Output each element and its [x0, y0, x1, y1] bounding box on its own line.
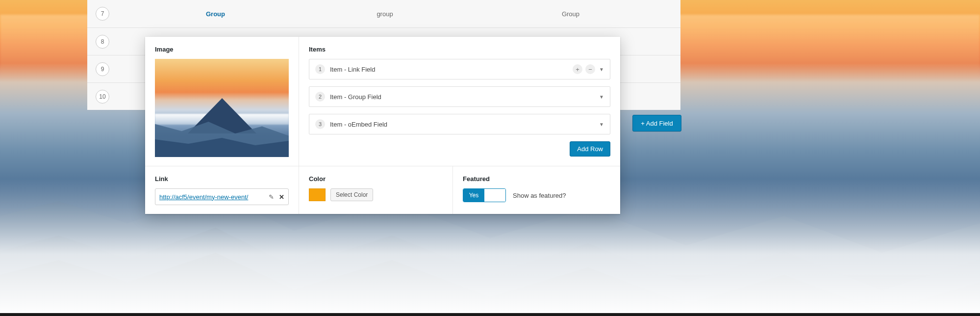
link-section-label: Link — [155, 175, 289, 183]
item-title: Item - Group Field — [330, 93, 381, 101]
toggle-on-label: Yes — [463, 189, 484, 202]
remove-item-icon[interactable]: − — [585, 64, 595, 74]
repeater-item-row[interactable]: 3 Item - oEmbed Field ▼ — [309, 114, 610, 134]
add-item-icon[interactable]: + — [573, 64, 582, 74]
color-swatch[interactable] — [309, 188, 326, 201]
link-field: http://acf5/event/my-new-event/ ✎ ✕ — [155, 188, 289, 205]
repeater-item-row[interactable]: 2 Item - Group Field ▼ — [309, 86, 610, 107]
row-number: 7 — [96, 7, 109, 21]
featured-help-text: Show as featured? — [513, 192, 566, 199]
bottom-bar — [0, 313, 980, 316]
item-number: 2 — [315, 92, 325, 102]
remove-link-icon[interactable]: ✕ — [279, 193, 284, 201]
item-title: Item - Link Field — [330, 66, 375, 73]
link-url[interactable]: http://acf5/event/my-new-event/ — [159, 193, 265, 201]
color-section-label: Color — [309, 175, 443, 183]
table-row[interactable]: 7 Group group Group — [87, 0, 680, 27]
image-preview[interactable] — [155, 59, 289, 157]
toggle-off-area — [484, 189, 505, 202]
content-panel: Image Items 1 Item - Link Field + − ▼ — [145, 37, 620, 214]
collapse-toggle-icon[interactable]: ▼ — [599, 67, 604, 72]
select-color-button[interactable]: Select Color — [330, 188, 373, 201]
collapse-toggle-icon[interactable]: ▼ — [599, 122, 604, 127]
item-title: Item - oEmbed Field — [330, 121, 387, 128]
image-section-label: Image — [155, 46, 289, 53]
repeater-item-row[interactable]: 1 Item - Link Field + − ▼ — [309, 59, 610, 79]
item-number: 3 — [315, 119, 325, 129]
field-name: group — [309, 10, 461, 18]
add-row-button[interactable]: Add Row — [570, 141, 610, 157]
collapse-toggle-icon[interactable]: ▼ — [599, 94, 604, 100]
featured-toggle[interactable]: Yes — [463, 188, 506, 202]
field-type: Group — [461, 10, 680, 18]
row-number: 10 — [96, 90, 109, 104]
row-number: 9 — [96, 62, 109, 76]
featured-section-label: Featured — [463, 175, 610, 183]
add-field-button[interactable]: + Add Field — [632, 115, 681, 132]
edit-link-icon[interactable]: ✎ — [269, 193, 274, 201]
row-number: 8 — [96, 35, 109, 49]
items-section-label: Items — [309, 46, 610, 53]
item-number: 1 — [315, 64, 325, 74]
field-label-link[interactable]: Group — [118, 10, 309, 18]
